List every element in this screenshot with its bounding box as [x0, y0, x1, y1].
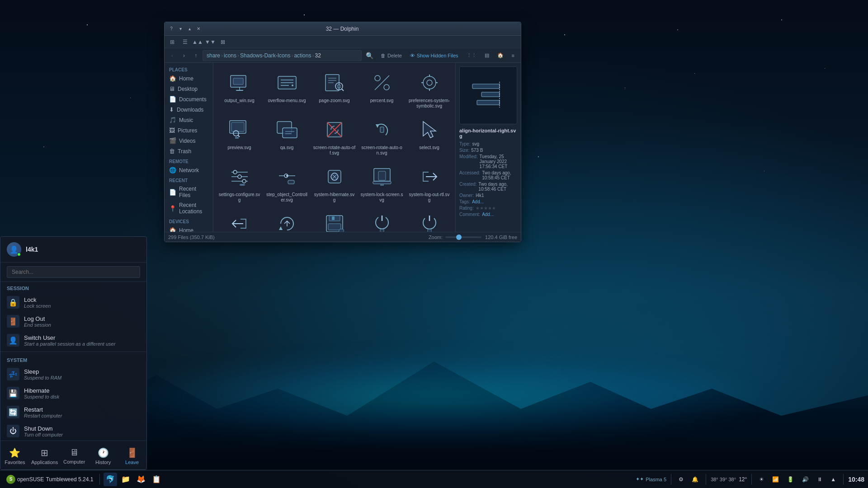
breadcrumb-icons[interactable]: icons: [224, 52, 236, 59]
file-screen-rotate-off[interactable]: screen-rotate-auto-off.svg: [311, 113, 358, 159]
sidebar-item-trash[interactable]: 🗑 Trash: [165, 146, 213, 156]
taskbar-app-clipboard[interactable]: 📋: [150, 473, 163, 486]
file-step-object-controller[interactable]: step_object_Controller.svg: [264, 160, 310, 206]
file-system-lock-screen[interactable]: system-lock-screen.svg: [359, 160, 405, 206]
shutdown-item[interactable]: ⏻ Shut Down Turn off computer: [0, 422, 146, 441]
back-button[interactable]: ‹: [167, 51, 177, 61]
taskbar-settings[interactable]: ⚙: [676, 475, 686, 484]
home-nav-button[interactable]: 🏠: [494, 52, 507, 59]
file-settings-configure[interactable]: settings-configure.svg: [216, 160, 263, 206]
nav-favorites[interactable]: ⭐ Favorites: [0, 445, 29, 468]
file-preferences-system[interactable]: preferences-system-symbolic.svg: [406, 66, 453, 112]
file-select[interactable]: select.svg: [406, 113, 453, 159]
svg-rect-70: [428, 229, 431, 232]
breadcrumb-shadows[interactable]: Shadows-Dark-Icons: [240, 52, 290, 59]
toolbar-sort-desc[interactable]: ▼▼: [204, 37, 216, 47]
toolbar-split[interactable]: ⊠: [217, 37, 229, 47]
app-launcher-button[interactable]: S openSUSE Tumbleweed 5.24.1: [4, 474, 96, 485]
taskbar-app-dolphin[interactable]: 🐬: [104, 473, 117, 486]
hibernate-item[interactable]: 💾 Hibernate Suspend to disk: [0, 384, 146, 403]
sidebar-item-desktop[interactable]: 🖥 Desktop: [165, 84, 213, 94]
delete-icon: 🗑: [381, 53, 386, 58]
file-system-shutdown2[interactable]: system-shutdown.svg: [406, 206, 453, 232]
delete-button[interactable]: 🗑 Delete: [377, 52, 406, 59]
file-system-save-session[interactable]: system-save-session.svg: [311, 206, 358, 232]
hamburger-menu-button[interactable]: ≡: [508, 52, 518, 59]
panel-button[interactable]: ▤: [481, 52, 493, 59]
sidebar-music-label: Music: [179, 117, 193, 123]
files-panel: output_win.svg overflow-menu.svg: [213, 63, 455, 232]
favorites-nav-icon: ⭐: [9, 447, 20, 458]
file-system-shutdown[interactable]: system-shut-down.svg: [359, 206, 405, 232]
sidebar-item-device-home[interactable]: 🏠 Home: [165, 225, 213, 232]
file-preview[interactable]: preview.svg: [216, 113, 263, 159]
sidebar-item-recent-locations[interactable]: 📍 Recent Locations: [165, 200, 213, 216]
nav-history[interactable]: 🕐 History: [89, 445, 118, 468]
file-system-logout[interactable]: system-log-out.svg: [216, 206, 263, 232]
forward-button[interactable]: ›: [179, 51, 189, 61]
zoom-slider[interactable]: [445, 236, 481, 238]
logout-item[interactable]: 🚪 Log Out End session: [0, 312, 146, 331]
sidebar-item-videos[interactable]: 🎬 Videos: [165, 136, 213, 146]
sleep-item[interactable]: 💤 Sleep Suspend to RAM: [0, 365, 146, 384]
file-output-win[interactable]: output_win.svg: [216, 66, 263, 112]
nav-leave[interactable]: 🚪 Leave: [118, 445, 146, 468]
restart-subtitle: Restart computer: [24, 413, 62, 418]
file-page-zoom[interactable]: page-zoom.svg: [311, 66, 358, 112]
comment-add-link[interactable]: Add...: [482, 212, 494, 217]
maximize-button[interactable]: ▴: [185, 25, 193, 33]
taskbar-notifications[interactable]: 🔔: [689, 475, 701, 484]
help-button[interactable]: ?: [167, 25, 175, 33]
close-button[interactable]: ✕: [194, 25, 203, 33]
switch-user-item[interactable]: 👤 Switch User Start a parallel session a…: [0, 331, 146, 350]
search-input[interactable]: [7, 266, 140, 278]
svg-marker-62: [279, 226, 283, 230]
pause-button[interactable]: ⏸: [814, 475, 825, 484]
recent-files-icon: 📄: [169, 189, 176, 196]
toolbar-compact[interactable]: ☰: [179, 37, 191, 47]
nav-computer[interactable]: 🖥 Computer: [60, 445, 89, 468]
rating-stars[interactable]: ★★★★★: [476, 206, 496, 211]
sidebar-item-home[interactable]: 🏠 Home: [165, 73, 213, 84]
brightness-control[interactable]: ☀: [756, 475, 767, 484]
tags-add-link[interactable]: Add...: [472, 199, 484, 204]
taskbar-app-firefox[interactable]: 🦊: [134, 473, 148, 486]
sidebar-item-downloads[interactable]: ⬇ Downloads: [165, 104, 213, 115]
restart-item[interactable]: 🔄 Restart Restart computer: [0, 403, 146, 422]
sidebar-item-pictures[interactable]: 🖼 Pictures: [165, 125, 213, 136]
file-system-hibernate[interactable]: system-hibernate.svg: [311, 160, 358, 206]
sidebar-item-recent-files[interactable]: 📄 Recent Files: [165, 184, 213, 200]
network-control[interactable]: 📶: [769, 475, 782, 484]
file-icon-select: [415, 115, 444, 144]
file-overflow-menu[interactable]: overflow-menu.svg: [264, 66, 310, 112]
file-system-logout-rtl[interactable]: system-log-out-rtl.svg: [406, 160, 453, 206]
volume-control[interactable]: 🔊: [799, 475, 811, 484]
nav-applications[interactable]: ⊞ Applications: [29, 445, 60, 468]
sidebar-item-documents[interactable]: 📄 Documents: [165, 94, 213, 104]
show-hidden-button[interactable]: 👁 Show Hidden Files: [406, 52, 462, 59]
toolbar-sort-asc[interactable]: ▲▲: [192, 37, 203, 47]
taskbar-app-files[interactable]: 📁: [119, 473, 132, 486]
view-options-button[interactable]: ⋮⋮: [463, 52, 480, 59]
lock-item[interactable]: 🔒 Lock Lock screen: [0, 293, 146, 312]
file-system-reboot[interactable]: system-reboot.svg: [264, 206, 310, 232]
sidebar-item-network[interactable]: 🌐 Network: [165, 165, 213, 175]
system-tray[interactable]: ▲: [828, 475, 839, 484]
sidebar-desktop-label: Desktop: [178, 86, 198, 92]
svg-rect-26: [231, 122, 244, 131]
svg-rect-57: [373, 181, 391, 184]
file-percent[interactable]: percent.svg: [359, 66, 405, 112]
breadcrumb-share[interactable]: share: [207, 52, 220, 59]
sidebar-item-music[interactable]: 🎵 Music: [165, 115, 213, 125]
search-button[interactable]: 🔍: [363, 50, 375, 61]
file-qa[interactable]: qa.svg: [264, 113, 310, 159]
file-screen-rotate-on[interactable]: screen-rotate-auto-on.svg: [359, 113, 405, 159]
battery-control[interactable]: 🔋: [784, 475, 797, 484]
minimize-button[interactable]: ▾: [176, 25, 184, 33]
up-button[interactable]: ↑: [191, 51, 201, 61]
zoom-thumb[interactable]: [456, 235, 462, 240]
toolbar-icon-grid[interactable]: ⊞: [166, 37, 178, 47]
dolphin-titlebar: ? ▾ ▴ ✕ 32 — Dolphin: [165, 22, 521, 36]
clock-display[interactable]: 10:48: [848, 476, 864, 483]
breadcrumb-actions[interactable]: actions: [294, 52, 311, 59]
